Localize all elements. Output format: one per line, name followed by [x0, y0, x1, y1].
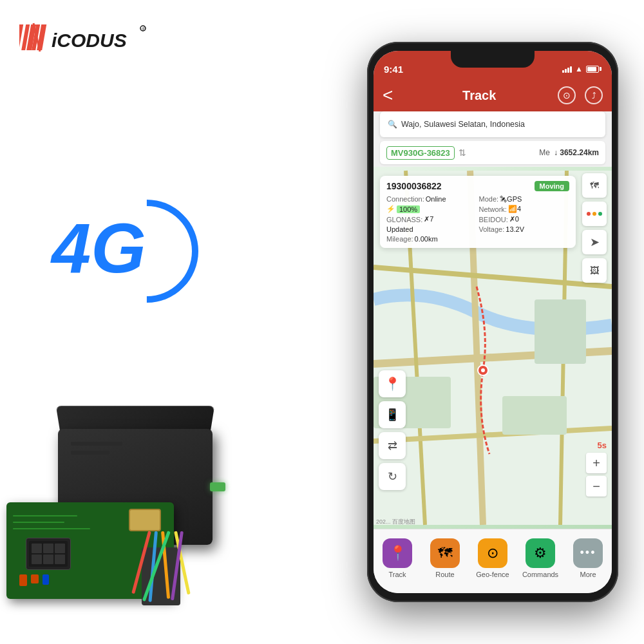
bottom-nav: 📍 Track 🗺 Route ⊙ Geo-fence ⚙ Commands •…: [374, 529, 612, 593]
location-pin-button[interactable]: 📍: [379, 370, 406, 397]
phone-notch: [451, 51, 535, 68]
map-layers-button[interactable]: 🗺: [582, 173, 607, 198]
zoom-out-button[interactable]: −: [586, 476, 607, 497]
map-area[interactable]: 19300036822 Moving Connection: Online Mo…: [374, 167, 612, 529]
beidou-label: BEIDOU:: [479, 216, 508, 223]
app-header: < Track ⊙ ⤴: [374, 79, 612, 111]
device-distance: ↓ 3652.24km: [554, 148, 599, 157]
nav-more-label: More: [580, 571, 596, 578]
glonass-value: ✗7: [424, 215, 433, 223]
nav-commands-label: Commands: [522, 571, 558, 578]
header-title: Track: [401, 88, 558, 103]
nav-commands[interactable]: ⚙ Commands: [521, 538, 560, 578]
location-icon-btn[interactable]: ⊙: [558, 86, 576, 104]
connection-label: Connection:: [386, 195, 424, 203]
obd-top: [56, 406, 214, 431]
map-attribution: 202... 百度地图: [376, 518, 415, 526]
battery-value: 100%: [397, 205, 420, 213]
connection-info: Connection: Online: [386, 195, 477, 203]
device-id[interactable]: MV930G-36823: [386, 146, 455, 160]
nav-commands-icon: ⚙: [526, 538, 555, 568]
status-icons: ▲: [562, 62, 601, 73]
signal-bars-icon: [562, 65, 572, 73]
map-image-button[interactable]: 🖼: [582, 258, 607, 283]
battery-fill: [587, 67, 596, 71]
connection-value: Online: [426, 195, 446, 203]
mode-info: Mode: 🛰GPS: [479, 195, 570, 203]
voltage-value: 13.2V: [506, 225, 524, 233]
glonass-label: GLONASS:: [386, 216, 422, 223]
share-icon-btn[interactable]: ⤴: [585, 86, 603, 104]
device-info-grid: Connection: Online Mode: 🛰GPS ⚡ 100%: [386, 195, 569, 243]
phone-button[interactable]: 📱: [379, 401, 406, 428]
battery-info: ⚡ 100%: [386, 205, 477, 213]
updated-label: Updated: [386, 225, 413, 233]
wire-bundle: [148, 531, 184, 605]
status-time: 9:41: [384, 61, 403, 75]
voltage-info: Voltage: 13.2V: [479, 225, 570, 233]
nav-geofence-icon: ⊙: [478, 538, 507, 568]
svg-rect-17: [502, 396, 567, 435]
beidou-value: ✗0: [509, 215, 519, 223]
search-icon: 🔍: [388, 120, 397, 129]
obd-connector: [210, 482, 225, 491]
map-attr-text: 202... 百度地图: [376, 518, 415, 525]
battery-icon: [586, 66, 601, 73]
map-navigate-button[interactable]: ➤: [582, 230, 607, 254]
beidou-info: BEIDOU: ✗0: [479, 215, 570, 223]
nav-geofence[interactable]: ⊙ Geo-fence: [473, 538, 512, 578]
signal-bar-1: [562, 70, 564, 73]
status-moving-badge: Moving: [535, 181, 570, 191]
network-info: Network: 📶4: [479, 205, 570, 213]
glonass-info: GLONASS: ✗7: [386, 215, 477, 223]
page: iCODUS ® 4G: [0, 0, 644, 644]
svg-text:®: ®: [142, 26, 146, 32]
map-device-number: 19300036822: [386, 181, 442, 191]
refresh-label: 5s: [598, 440, 607, 450]
nav-route-icon: 🗺: [430, 538, 460, 568]
battery-icon-label: ⚡: [386, 205, 395, 213]
nav-more[interactable]: ••• More: [569, 538, 607, 578]
brand-logo: iCODUS ®: [19, 18, 135, 53]
header-icons: ⊙ ⤴: [558, 86, 603, 104]
nav-track[interactable]: 📍 Track: [378, 538, 417, 578]
voltage-label: Voltage:: [479, 225, 505, 233]
svg-rect-18: [535, 299, 586, 364]
network-label: Network:: [479, 205, 507, 213]
device-arrows: ⇅: [459, 147, 466, 158]
hardware-display: [6, 393, 258, 605]
zoom-in-button[interactable]: +: [586, 453, 607, 473]
back-button[interactable]: <: [383, 86, 393, 104]
signal-bar-3: [567, 68, 569, 73]
location-text: Wajo, Sulawesi Selatan, Indonesia: [401, 120, 525, 129]
signal-bar-2: [565, 69, 567, 73]
mileage-value: 0.00km: [415, 235, 438, 243]
svg-text:iCODUS: iCODUS: [52, 30, 127, 51]
map-info-card: 19300036822 Moving Connection: Online Mo…: [380, 176, 576, 248]
wifi-icon: ▲: [575, 64, 583, 73]
route-switch-button[interactable]: ⇄: [379, 432, 406, 459]
map-side-buttons: 🗺 ➤ 🖼: [582, 173, 607, 283]
nav-route-label: Route: [435, 571, 454, 578]
map-dots-button[interactable]: [582, 202, 607, 226]
location-bar: 🔍 Wajo, Sulawesi Selatan, Indonesia: [380, 111, 605, 137]
nav-track-icon: 📍: [383, 538, 412, 568]
network-value: 📶4: [508, 205, 521, 213]
phone-screen: 9:41 ▲: [374, 51, 612, 593]
svg-point-20: [481, 368, 485, 372]
mileage-label: Mileage:: [386, 235, 413, 243]
mode-value: 🛰GPS: [500, 195, 522, 203]
map-location-buttons: 📍 📱 ⇄ ↻: [379, 370, 406, 490]
refresh-button[interactable]: ↻: [379, 463, 406, 490]
map-zoom-controls: 5s + −: [586, 440, 607, 497]
updated-info: Updated: [386, 225, 477, 233]
phone-frame: 9:41 ▲: [367, 42, 618, 602]
nav-geofence-label: Geo-fence: [476, 571, 509, 578]
me-label: Me: [539, 148, 550, 157]
mode-label: Mode:: [479, 195, 499, 203]
nav-track-label: Track: [388, 571, 406, 578]
nav-more-icon: •••: [573, 538, 603, 568]
nav-route[interactable]: 🗺 Route: [426, 538, 464, 578]
signal-bar-4: [570, 66, 572, 73]
mileage-info: Mileage: 0.00km: [386, 235, 477, 243]
